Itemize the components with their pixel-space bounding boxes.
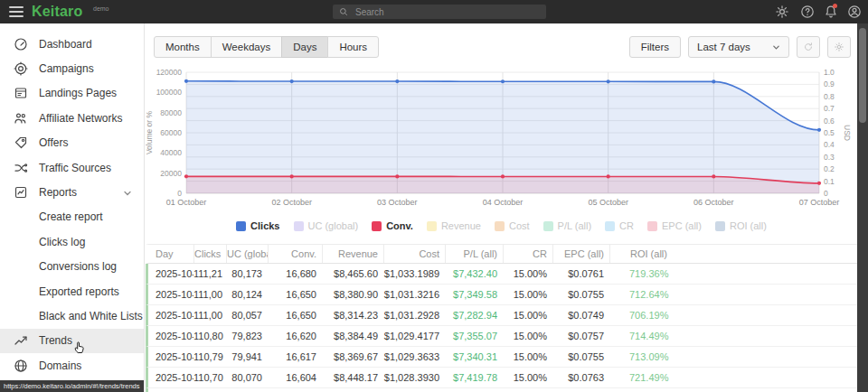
chevron-down-icon [123,188,132,197]
global-search [333,5,546,19]
menu-icon[interactable] [9,6,24,17]
legend-item-p-l-all[interactable]: P/L (all) [543,220,592,231]
svg-text:0.1: 0.1 [824,177,835,186]
table-cell: 706.19% [609,305,857,325]
table-cell: 80,070 [226,368,268,387]
sidebar-item-affiliate-networks[interactable]: Affiliate Networks [0,106,144,130]
sidebar-item-landings-pages[interactable]: Landings Pages [0,81,144,106]
legend-item-conv[interactable]: Conv. [372,220,413,231]
legend-item-cost[interactable]: Cost [495,220,530,231]
sidebar-item-create-report[interactable]: Create report [0,205,144,229]
table-cell: $7,432.40 [445,264,503,284]
column-header-cr[interactable]: CR [503,245,552,263]
tab-months[interactable]: Months [154,36,212,58]
table-cell: 16,620 [268,326,322,346]
table-cell: $7,282.94 [445,305,503,325]
table-cell: $1,014.2150 [383,388,445,392]
table-cell: 2025-10-06 [148,368,193,387]
sidebar-item-offers[interactable]: Offers [0,131,144,155]
svg-text:120000: 120000 [156,68,183,77]
sidebar-item-label: Affiliate Networks [39,112,122,125]
scrollbar[interactable] [857,23,868,392]
sidebar-item-reports[interactable]: Reports [0,180,144,204]
account-icon[interactable] [847,5,862,19]
table-cell: 16,617 [268,347,322,367]
table-cell: 16,604 [268,368,322,387]
legend-item-epc-all[interactable]: EPC (all) [647,220,702,231]
status-url: https://demo.keitaro.io/admin/#!/trends/… [0,380,144,392]
legend-item-clicks[interactable]: Clicks [236,220,279,231]
column-header-p-l-all[interactable]: P/L (all) [445,245,503,263]
search-input[interactable] [354,6,540,18]
gear-icon[interactable] [775,5,789,19]
sidebar-item-traffic-sources[interactable]: Traffic Sources [0,155,144,180]
sidebar-item-label: Trends [39,334,72,347]
svg-text:0: 0 [177,189,182,198]
legend-item-uc-global[interactable]: UC (global) [294,220,359,231]
column-header-revenue[interactable]: Revenue [322,245,383,263]
sidebar-item-campaigns[interactable]: Campaigns [0,56,144,80]
table-cell: 16,680 [268,264,322,284]
table-cell: $0.0755 [552,285,609,304]
table-header: DayClicksUC (global)Conv.RevenueCostP/L … [146,244,857,264]
help-icon[interactable] [800,5,815,19]
table-row: 2025-10-06110,7080,07016,604$8,448.17$1,… [146,368,857,388]
table-row: 2025-10-03111,0080,05716,650$8,314.23$1,… [146,305,857,326]
date-range-select[interactable]: Last 7 days [688,36,789,58]
logo-demo-badge: demo [93,5,109,12]
refresh-button[interactable] [797,36,820,58]
svg-text:0.7: 0.7 [824,104,835,113]
table-cell: 15.00% [503,305,552,325]
svg-text:01 October: 01 October [166,198,207,207]
column-header-day[interactable]: Day [148,245,193,263]
sidebar-item-label: Dashboard [39,38,92,51]
tab-weekdays[interactable]: Weekdays [211,36,282,58]
sidebar-item-dashboard[interactable]: Dashboard [0,32,144,56]
sidebar-item-black-and-white-lists[interactable]: Black and White Lists [0,303,144,328]
table-cell: $1,031.3216 [383,285,445,304]
column-header-uc-global[interactable]: UC (global) [226,245,268,263]
legend-item-revenue[interactable]: Revenue [427,220,481,231]
tab-hours[interactable]: Hours [327,36,379,58]
svg-text:04 October: 04 October [483,198,524,207]
table-cell: 80,173 [226,264,268,284]
table-cell: 702.07% [609,388,857,392]
legend-item-cr[interactable]: CR [605,220,634,231]
svg-text:100000: 100000 [156,88,183,97]
sidebar-item-label: Black and White Lists [39,310,143,322]
chart-settings-button[interactable] [827,36,851,58]
table-cell: $1,033.1989 [383,264,445,284]
table-cell: $0.0758 [552,388,609,392]
table-cell: 16,650 [268,285,322,304]
legend-label: Revenue [441,220,481,231]
sidebar-item-conversions-log[interactable]: Conversions log [0,255,144,279]
column-header-epc-all[interactable]: EPC (all) [552,245,609,263]
legend-item-roi-all[interactable]: ROI (all) [715,220,767,231]
column-header-conv[interactable]: Conv. [268,245,322,263]
table-cell: 110,70 [193,368,226,387]
table-cell: 2025-10-07 [148,388,193,392]
date-range-value: Last 7 days [697,37,750,57]
column-header-clicks[interactable]: Clicks [193,245,226,263]
legend-swatch [372,221,382,231]
legend-swatch [294,221,304,231]
table-cell: $0.0763 [552,368,609,387]
notification-dot [833,4,837,8]
column-header-roi-all[interactable]: ROI (all) [609,245,857,263]
offers-icon [14,135,28,150]
table-cell: 15.00% [503,368,552,387]
column-header-cost[interactable]: Cost [383,245,445,263]
sidebar-item-domains[interactable]: Domains [0,353,144,378]
table-body: 2025-10-01111,2180,17316,680$8,465.60$1,… [146,264,857,392]
chart-area: 00.10.20.30.40.50.60.70.80.91.001 Octobe… [146,61,857,215]
tab-days[interactable]: Days [281,36,328,58]
legend-label: CR [619,220,634,231]
filters-button[interactable]: Filters [629,36,681,58]
scrollbar-thumb[interactable] [859,28,866,123]
svg-text:06 October: 06 October [693,198,734,207]
svg-text:0: 0 [824,189,828,198]
svg-text:0.4: 0.4 [824,140,835,149]
sidebar-item-trends[interactable]: Trends [0,329,144,353]
sidebar-item-clicks-log[interactable]: Clicks log [0,229,144,254]
sidebar-item-exported-reports[interactable]: Exported reports [0,279,144,303]
